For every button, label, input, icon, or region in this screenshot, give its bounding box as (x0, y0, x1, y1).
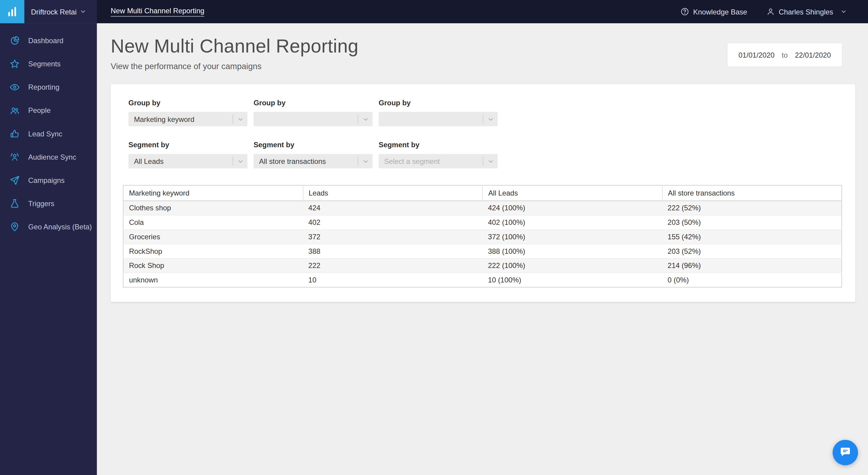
table-cell: RockShop (123, 244, 303, 259)
table-cell: 402 (100%) (483, 215, 662, 230)
segment-by-select-1-value: All Leads (128, 157, 184, 166)
segment-by-select-3[interactable]: Select a segment (378, 154, 498, 169)
app-window: Driftrock Retai New Multi Channel Report… (0, 0, 868, 475)
person-sync-icon (8, 151, 21, 162)
table-cell: unknown (123, 273, 303, 287)
user-icon (766, 7, 775, 16)
chevron-down-icon (487, 154, 494, 169)
chevron-down-icon (80, 8, 87, 15)
sidebar-item-label: Lead Sync (28, 129, 62, 138)
page-title: New Multi Channel Reporting (111, 35, 359, 57)
select-divider (232, 115, 233, 123)
group-by-select-3-label: Group by (378, 99, 498, 107)
sidebar-item-audience-sync[interactable]: Audience Sync (0, 145, 97, 169)
sidebar-item-label: Audience Sync (28, 153, 76, 161)
sidebar-item-people[interactable]: People (0, 99, 97, 122)
sidebar-item-triggers[interactable]: Triggers (0, 191, 97, 215)
date-range-picker: 01/01/2020 to 22/01/2020 (727, 42, 843, 67)
group-by-select-1-value: Marketing keyword (128, 115, 214, 123)
group-by-select-2-label: Group by (254, 99, 373, 107)
column-header-leads: Leads (303, 185, 483, 201)
table-cell: 372 (303, 230, 483, 244)
chevron-down-icon (487, 112, 494, 126)
group-by-select-2[interactable] (254, 112, 373, 126)
sidebar-item-dashboard[interactable]: Dashboard (0, 29, 97, 52)
account-name: Driftrock Retai (31, 7, 76, 16)
table-row: unknown1010 (100%)0 (0%) (123, 273, 841, 287)
report-card: Group byMarketing keywordGroup byGroup b… (111, 84, 855, 302)
segment-by-select-2[interactable]: All store transactions (254, 154, 373, 169)
topbar: Driftrock Retai New Multi Channel Report… (0, 0, 868, 23)
sidebar-item-label: Geo Analysis (Beta) (28, 222, 92, 231)
table-cell: 0 (0%) (662, 273, 842, 287)
select-divider (358, 115, 358, 123)
sidebar-item-reporting[interactable]: Reporting (0, 76, 97, 99)
sidebar-item-lead-sync[interactable]: Lead Sync (0, 122, 97, 145)
date-from-input[interactable]: 01/01/2020 (739, 51, 775, 59)
sidebar: DashboardSegmentsReportingPeopleLead Syn… (0, 23, 97, 475)
group-by-select-3[interactable] (378, 112, 498, 126)
table-cell: 372 (100%) (483, 230, 662, 244)
sidebar-item-geo-analysis-beta[interactable]: Geo Analysis (Beta) (0, 215, 97, 238)
segment-by-select-3-value: Select a segment (378, 157, 460, 166)
segment-by-select-1-group: Segment byAll Leads (128, 141, 248, 169)
group-by-select-1-label: Group by (128, 99, 248, 107)
intercom-launcher-button[interactable] (833, 440, 858, 465)
select-divider (483, 157, 484, 166)
page-subtitle: View the performance of your campaigns (111, 62, 359, 71)
table-cell: 203 (50%) (662, 215, 842, 230)
table-cell: 10 (100%) (483, 273, 662, 287)
table-cell: 388 (303, 244, 483, 259)
segment-by-select-3-group: Segment bySelect a segment (378, 141, 498, 169)
topbar-page-title: New Multi Channel Reporting (111, 7, 204, 17)
table-cell: Rock Shop (123, 258, 303, 273)
select-divider (358, 157, 358, 166)
sidebar-item-campaigns[interactable]: Campaigns (0, 169, 97, 191)
page-header: New Multi Channel Reporting View the per… (97, 23, 868, 71)
chevron-down-icon (840, 8, 847, 15)
table-cell: 424 (303, 201, 483, 215)
table-cell: 203 (52%) (662, 244, 842, 259)
select-divider (232, 157, 233, 166)
segment-by-filters: Segment byAll LeadsSegment byAll store t… (128, 141, 842, 169)
account-switcher[interactable]: Driftrock Retai (0, 0, 97, 23)
knowledge-base-link[interactable]: Knowledge Base (680, 7, 747, 16)
segment-by-select-2-label: Segment by (254, 141, 373, 149)
sidebar-item-label: Reporting (28, 83, 59, 91)
segment-by-select-2-group: Segment byAll store transactions (254, 141, 373, 169)
group-by-select-2-group: Group by (254, 99, 373, 126)
table-cell: Cola (123, 215, 303, 230)
sidebar-item-label: Dashboard (28, 36, 64, 44)
table-cell: 222 (52%) (662, 201, 842, 215)
date-to-input[interactable]: 22/01/2020 (795, 51, 831, 59)
chevron-down-icon (237, 112, 244, 126)
table-cell: 214 (96%) (662, 258, 842, 273)
segment-by-select-2-value: All store transactions (254, 157, 346, 166)
table-cell: 402 (303, 215, 483, 230)
table-cell: 424 (100%) (483, 201, 662, 215)
sidebar-item-label: People (28, 106, 51, 114)
table-cell: 222 (100%) (483, 258, 662, 273)
chevron-down-icon (362, 154, 369, 169)
eye-icon (8, 82, 21, 92)
people-icon (8, 105, 21, 116)
sidebar-item-segments[interactable]: Segments (0, 52, 97, 76)
thumbs-up-icon (8, 128, 21, 139)
group-by-select-1[interactable]: Marketing keyword (128, 112, 248, 126)
table-cell: Groceries (123, 230, 303, 244)
flask-icon (8, 198, 21, 209)
driftrock-logo-icon (0, 0, 25, 23)
date-separator: to (782, 51, 788, 59)
table-cell: 388 (100%) (483, 244, 662, 259)
sidebar-item-label: Segments (28, 59, 61, 68)
knowledge-base-label: Knowledge Base (693, 7, 747, 16)
help-circle-icon (680, 7, 689, 16)
column-header-marketing-keyword: Marketing keyword (123, 185, 303, 201)
select-divider (483, 115, 484, 123)
sidebar-item-label: Campaigns (28, 176, 65, 184)
segment-by-select-1[interactable]: All Leads (128, 154, 248, 169)
table-row: Rock Shop222222 (100%)214 (96%) (123, 258, 841, 273)
chevron-down-icon (362, 112, 369, 126)
main-content: New Multi Channel Reporting View the per… (97, 23, 868, 475)
user-menu[interactable]: Charles Shingles (766, 7, 847, 16)
